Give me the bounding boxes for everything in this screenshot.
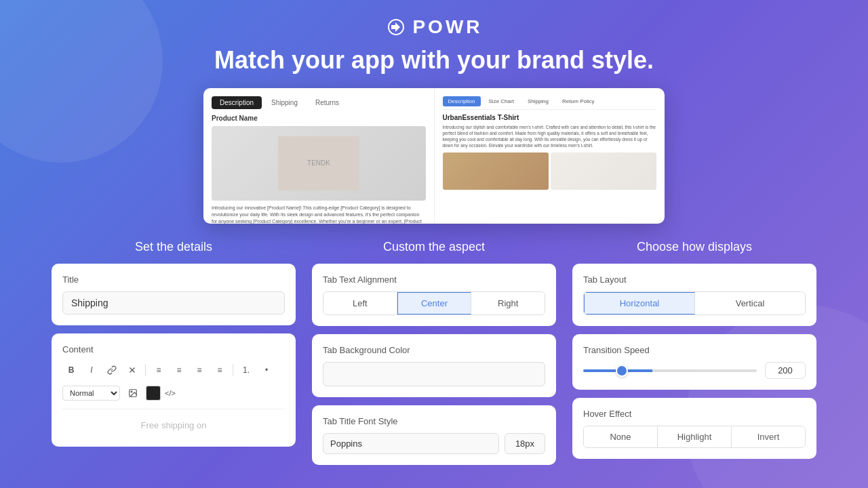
preview-img-2 (551, 152, 656, 190)
preview-tab-description[interactable]: Description (212, 96, 262, 109)
style-row: Normal Heading 1 Heading 2 </> (62, 384, 285, 402)
speed-slider[interactable] (583, 369, 757, 372)
content-preview-area: Free shipping on (62, 409, 285, 436)
preview-product-title: UrbanEssentials T-Shirt (443, 114, 657, 121)
preview-img-1 (443, 152, 549, 190)
section-aspect-title: Custom the aspect (312, 240, 556, 254)
svg-point-5 (131, 391, 132, 392)
style-select[interactable]: Normal Heading 1 Heading 2 (62, 386, 120, 401)
hover-invert-btn[interactable]: Invert (732, 426, 805, 447)
toolbar-divider-1 (145, 364, 146, 376)
preview-tab-size[interactable]: Size Chart (484, 96, 519, 106)
preview-tab-desc2[interactable]: Description (443, 96, 481, 106)
preview-product-desc: Introducing our innovative [Product Name… (212, 205, 426, 224)
toolbar-divider-2 (233, 364, 233, 376)
section-details: Set the details Title Content B I ≡ ≡ ≡ … (52, 240, 296, 473)
preview-tabs-dark: Description Shipping Returns (212, 96, 426, 109)
bg-color-label: Tab Background Color (323, 345, 545, 355)
hover-none-btn[interactable]: None (584, 426, 658, 447)
font-style-row (323, 433, 545, 454)
image-button[interactable] (124, 384, 142, 402)
bottom-sections: Set the details Title Content B I ≡ ≡ ≡ … (0, 240, 868, 473)
preview-window: Description Shipping Returns Product Nam… (203, 88, 665, 224)
content-toolbar: B I ≡ ≡ ≡ ≡ 1. • (62, 361, 285, 379)
align-center-button[interactable]: ≡ (150, 361, 167, 379)
title-label: Title (62, 274, 285, 285)
preview-left: Description Shipping Returns Product Nam… (203, 88, 435, 224)
preview-product-desc2: Introducing our stylish and comfortable … (443, 124, 657, 148)
align-right-btn[interactable]: Right (471, 292, 545, 314)
preview-tabs-light: Description Size Chart Shipping Return P… (443, 96, 657, 110)
alignment-label: Tab Text Alignment (323, 274, 545, 285)
layout-panel: Tab Layout Horizontal Vertical (572, 264, 816, 326)
align-center-btn[interactable]: Center (397, 292, 472, 314)
layout-group: Horizontal Vertical (583, 291, 806, 315)
section-display: Choose how displays Tab Layout Horizonta… (572, 240, 816, 473)
content-panel: Content B I ≡ ≡ ≡ ≡ 1. • (52, 333, 296, 447)
hover-highlight-btn[interactable]: Highlight (658, 426, 732, 447)
content-label: Content (62, 344, 285, 354)
alignment-panel: Tab Text Alignment Left Center Right (312, 264, 556, 326)
preview-right: Description Size Chart Shipping Return P… (435, 88, 665, 224)
logo: POWR (0, 16, 868, 38)
preview-product-image: TENDK (212, 126, 426, 201)
preview-product-name: Product Name (212, 115, 426, 122)
preview-tab-return[interactable]: Return Policy (557, 96, 600, 106)
code-button[interactable]: </> (165, 389, 176, 397)
layout-label: Tab Layout (583, 274, 806, 285)
align-justify-button[interactable]: ≡ (211, 361, 229, 379)
speed-label: Transition Speed (583, 345, 806, 355)
align-left-btn[interactable]: Left (323, 292, 397, 314)
color-picker-button[interactable] (146, 386, 161, 401)
preview-tab-ship[interactable]: Shipping (522, 96, 554, 106)
bg-color-input[interactable] (323, 362, 545, 386)
product-sketch-icon: TENDK (278, 136, 359, 190)
hover-label: Hover Effect (583, 409, 806, 419)
logo-text: POWR (412, 16, 482, 38)
preview-tab-shipping[interactable]: Shipping (263, 96, 306, 109)
font-style-panel: Tab Title Font Style (312, 405, 556, 465)
clear-format-button[interactable] (123, 361, 141, 379)
title-input[interactable] (62, 291, 285, 314)
content-preview-text: Free shipping on (62, 415, 285, 436)
bg-color-panel: Tab Background Color (312, 334, 556, 397)
alignment-group: Left Center Right (323, 291, 545, 315)
svg-text:TENDK: TENDK (307, 159, 330, 167)
powr-logo-icon (385, 16, 407, 38)
ordered-list-button[interactable]: 1. (237, 361, 255, 379)
section-details-title: Set the details (52, 240, 296, 254)
section-display-title: Choose how displays (572, 240, 816, 254)
align-right-button[interactable]: ≡ (191, 361, 208, 379)
italic-button[interactable]: I (83, 361, 100, 379)
horizontal-btn[interactable]: Horizontal (584, 292, 695, 314)
unordered-list-button[interactable]: • (258, 361, 275, 379)
speed-slider-row: 200 (583, 362, 806, 379)
bold-button[interactable]: B (62, 361, 80, 379)
font-family-input[interactable] (323, 433, 499, 454)
font-size-input[interactable] (505, 433, 545, 454)
hover-group: None Highlight Invert (583, 426, 806, 448)
tagline: Match your app with your brand style. (0, 46, 868, 75)
vertical-btn[interactable]: Vertical (695, 292, 805, 314)
font-style-label: Tab Title Font Style (323, 416, 545, 426)
hover-panel: Hover Effect None Highlight Invert (572, 398, 816, 459)
title-panel: Title (52, 264, 296, 325)
speed-panel: Transition Speed 200 (572, 334, 816, 390)
speed-value: 200 (765, 362, 806, 379)
preview-product-images (443, 152, 657, 190)
link-button[interactable] (103, 361, 121, 379)
preview-tab-returns[interactable]: Returns (307, 96, 347, 109)
header: POWR Match your app with your brand styl… (0, 0, 868, 88)
align-left-button[interactable]: ≡ (170, 361, 188, 379)
preview-container: Description Shipping Returns Product Nam… (0, 88, 868, 224)
section-aspect: Custom the aspect Tab Text Alignment Lef… (312, 240, 556, 473)
